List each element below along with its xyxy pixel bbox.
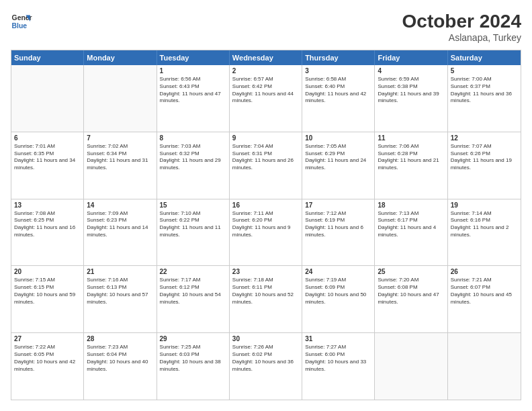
calendar-cell: 25Sunrise: 7:20 AM Sunset: 6:08 PM Dayli… <box>375 266 447 332</box>
day-number: 22 <box>160 268 226 275</box>
weekday-header: Sunday <box>11 50 84 65</box>
day-number: 6 <box>14 134 81 142</box>
title-block: October 2024 Aslanapa, Turkey <box>402 11 521 43</box>
calendar-cell: 17Sunrise: 7:12 AM Sunset: 6:19 PM Dayli… <box>302 199 375 266</box>
calendar-cell: 12Sunrise: 7:07 AM Sunset: 6:26 PM Dayli… <box>448 132 521 199</box>
calendar-cell: 21Sunrise: 7:16 AM Sunset: 6:13 PM Dayli… <box>84 266 157 332</box>
calendar-row: 27Sunrise: 7:22 AM Sunset: 6:05 PM Dayli… <box>11 333 521 400</box>
calendar-cell: 26Sunrise: 7:21 AM Sunset: 6:07 PM Dayli… <box>448 266 521 332</box>
cell-info: Sunrise: 7:00 AM Sunset: 6:37 PM Dayligh… <box>451 76 518 105</box>
weekday-header: Saturday <box>448 50 521 65</box>
cell-info: Sunrise: 6:57 AM Sunset: 6:42 PM Dayligh… <box>232 76 299 105</box>
cell-info: Sunrise: 7:14 AM Sunset: 6:16 PM Dayligh… <box>451 210 518 239</box>
day-number: 2 <box>232 67 299 75</box>
day-number: 31 <box>305 335 371 342</box>
day-number: 24 <box>305 268 371 275</box>
weekday-header: Thursday <box>302 50 375 65</box>
day-number: 16 <box>232 201 299 209</box>
calendar-cell: 24Sunrise: 7:19 AM Sunset: 6:09 PM Dayli… <box>302 266 375 332</box>
day-number: 4 <box>378 67 444 75</box>
calendar-row: 13Sunrise: 7:08 AM Sunset: 6:25 PM Dayli… <box>11 199 521 267</box>
day-number: 21 <box>87 268 153 275</box>
day-number: 26 <box>451 268 518 275</box>
month-title: October 2024 <box>402 11 521 32</box>
header: General Blue October 2024 Aslanapa, Turk… <box>11 11 521 43</box>
calendar-cell: 20Sunrise: 7:15 AM Sunset: 6:15 PM Dayli… <box>11 266 84 332</box>
cell-info: Sunrise: 7:13 AM Sunset: 6:17 PM Dayligh… <box>378 210 444 239</box>
day-number: 5 <box>451 67 518 75</box>
cell-info: Sunrise: 7:27 AM Sunset: 6:00 PM Dayligh… <box>305 344 371 373</box>
svg-text:Blue: Blue <box>12 22 28 30</box>
day-number: 9 <box>232 134 299 142</box>
calendar-row: 1Sunrise: 6:56 AM Sunset: 6:43 PM Daylig… <box>11 65 521 132</box>
calendar-cell: 8Sunrise: 7:03 AM Sunset: 6:32 PM Daylig… <box>157 132 230 199</box>
cell-info: Sunrise: 7:22 AM Sunset: 6:05 PM Dayligh… <box>14 344 81 373</box>
cell-info: Sunrise: 7:15 AM Sunset: 6:15 PM Dayligh… <box>14 277 81 306</box>
cell-info: Sunrise: 7:09 AM Sunset: 6:23 PM Dayligh… <box>87 210 153 239</box>
logo-icon: General Blue <box>11 11 32 32</box>
calendar-cell: 18Sunrise: 7:13 AM Sunset: 6:17 PM Dayli… <box>375 199 447 266</box>
day-number: 30 <box>232 335 299 342</box>
calendar-cell <box>448 333 521 400</box>
calendar-cell: 9Sunrise: 7:04 AM Sunset: 6:31 PM Daylig… <box>230 132 302 199</box>
weekday-header: Tuesday <box>157 50 230 65</box>
cell-info: Sunrise: 7:16 AM Sunset: 6:13 PM Dayligh… <box>87 277 153 306</box>
calendar-cell: 11Sunrise: 7:06 AM Sunset: 6:28 PM Dayli… <box>375 132 447 199</box>
cell-info: Sunrise: 7:26 AM Sunset: 6:02 PM Dayligh… <box>232 344 299 373</box>
calendar-cell: 27Sunrise: 7:22 AM Sunset: 6:05 PM Dayli… <box>11 333 84 400</box>
cell-info: Sunrise: 7:02 AM Sunset: 6:34 PM Dayligh… <box>87 143 153 172</box>
calendar-cell: 5Sunrise: 7:00 AM Sunset: 6:37 PM Daylig… <box>448 65 521 132</box>
weekday-header: Wednesday <box>230 50 302 65</box>
cell-info: Sunrise: 7:12 AM Sunset: 6:19 PM Dayligh… <box>305 210 371 239</box>
cell-info: Sunrise: 6:58 AM Sunset: 6:40 PM Dayligh… <box>305 76 371 105</box>
cell-info: Sunrise: 7:18 AM Sunset: 6:11 PM Dayligh… <box>232 277 299 306</box>
day-number: 10 <box>305 134 371 142</box>
cell-info: Sunrise: 7:03 AM Sunset: 6:32 PM Dayligh… <box>160 143 226 172</box>
calendar-cell: 31Sunrise: 7:27 AM Sunset: 6:00 PM Dayli… <box>302 333 375 400</box>
calendar-cell <box>11 65 84 132</box>
day-number: 25 <box>378 268 444 275</box>
cell-info: Sunrise: 7:06 AM Sunset: 6:28 PM Dayligh… <box>378 143 444 172</box>
calendar-cell: 15Sunrise: 7:10 AM Sunset: 6:22 PM Dayli… <box>157 199 230 266</box>
day-number: 27 <box>14 335 81 342</box>
calendar: SundayMondayTuesdayWednesdayThursdayFrid… <box>11 50 521 400</box>
calendar-cell: 14Sunrise: 7:09 AM Sunset: 6:23 PM Dayli… <box>84 199 157 266</box>
weekday-header: Friday <box>375 50 447 65</box>
calendar-cell: 16Sunrise: 7:11 AM Sunset: 6:20 PM Dayli… <box>230 199 302 266</box>
day-number: 17 <box>305 201 371 209</box>
day-number: 28 <box>87 335 153 342</box>
day-number: 18 <box>378 201 444 209</box>
cell-info: Sunrise: 7:11 AM Sunset: 6:20 PM Dayligh… <box>232 210 299 239</box>
calendar-cell: 30Sunrise: 7:26 AM Sunset: 6:02 PM Dayli… <box>230 333 302 400</box>
day-number: 11 <box>378 134 444 142</box>
cell-info: Sunrise: 6:56 AM Sunset: 6:43 PM Dayligh… <box>160 76 226 105</box>
cell-info: Sunrise: 7:25 AM Sunset: 6:03 PM Dayligh… <box>160 344 226 373</box>
calendar-cell: 28Sunrise: 7:23 AM Sunset: 6:04 PM Dayli… <box>84 333 157 400</box>
calendar-cell: 10Sunrise: 7:05 AM Sunset: 6:29 PM Dayli… <box>302 132 375 199</box>
calendar-cell: 6Sunrise: 7:01 AM Sunset: 6:35 PM Daylig… <box>11 132 84 199</box>
calendar-row: 6Sunrise: 7:01 AM Sunset: 6:35 PM Daylig… <box>11 132 521 199</box>
day-number: 1 <box>160 67 226 75</box>
calendar-cell: 1Sunrise: 6:56 AM Sunset: 6:43 PM Daylig… <box>157 65 230 132</box>
page: General Blue October 2024 Aslanapa, Turk… <box>0 0 532 411</box>
calendar-cell: 23Sunrise: 7:18 AM Sunset: 6:11 PM Dayli… <box>230 266 302 332</box>
calendar-cell: 29Sunrise: 7:25 AM Sunset: 6:03 PM Dayli… <box>157 333 230 400</box>
cell-info: Sunrise: 7:23 AM Sunset: 6:04 PM Dayligh… <box>87 344 153 373</box>
weekday-header: Monday <box>84 50 157 65</box>
cell-info: Sunrise: 7:01 AM Sunset: 6:35 PM Dayligh… <box>14 143 81 172</box>
cell-info: Sunrise: 7:17 AM Sunset: 6:12 PM Dayligh… <box>160 277 226 306</box>
day-number: 8 <box>160 134 226 142</box>
day-number: 29 <box>160 335 226 342</box>
cell-info: Sunrise: 7:19 AM Sunset: 6:09 PM Dayligh… <box>305 277 371 306</box>
cell-info: Sunrise: 7:07 AM Sunset: 6:26 PM Dayligh… <box>451 143 518 172</box>
day-number: 14 <box>87 201 153 209</box>
cell-info: Sunrise: 7:08 AM Sunset: 6:25 PM Dayligh… <box>14 210 81 239</box>
cell-info: Sunrise: 7:04 AM Sunset: 6:31 PM Dayligh… <box>232 143 299 172</box>
calendar-header: SundayMondayTuesdayWednesdayThursdayFrid… <box>11 50 521 65</box>
day-number: 15 <box>160 201 226 209</box>
calendar-body: 1Sunrise: 6:56 AM Sunset: 6:43 PM Daylig… <box>11 65 521 400</box>
day-number: 19 <box>451 201 518 209</box>
cell-info: Sunrise: 6:59 AM Sunset: 6:38 PM Dayligh… <box>378 76 444 105</box>
location-subtitle: Aslanapa, Turkey <box>402 32 521 43</box>
cell-info: Sunrise: 7:21 AM Sunset: 6:07 PM Dayligh… <box>451 277 518 306</box>
